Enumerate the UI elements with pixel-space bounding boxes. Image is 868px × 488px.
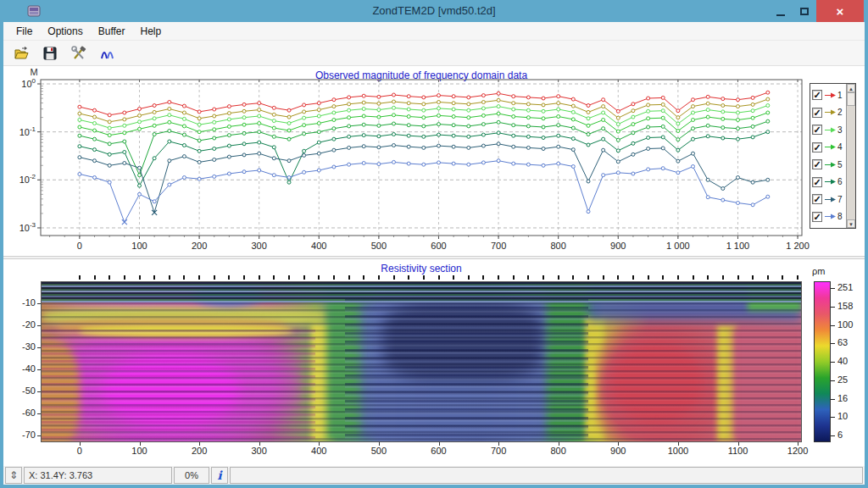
minimize-button[interactable] <box>769 0 793 22</box>
data-point <box>377 115 381 119</box>
station-tick <box>752 275 754 280</box>
data-point <box>348 96 351 99</box>
legend-label: 2 <box>837 108 843 117</box>
data-point <box>497 105 500 108</box>
close-button[interactable]: × <box>816 0 864 22</box>
info-icon[interactable]: i <box>211 467 228 484</box>
data-point <box>632 172 635 175</box>
data-point <box>123 131 126 135</box>
res-x-tick-label: 700 <box>477 446 520 456</box>
data-point <box>647 147 650 151</box>
maximize-button[interactable] <box>793 0 816 22</box>
data-point <box>422 146 426 149</box>
data-point <box>467 103 470 106</box>
data-point <box>692 165 695 169</box>
legend-item-6[interactable]: ✓6 <box>812 174 846 191</box>
res-x-tick <box>738 442 739 446</box>
data-point <box>182 155 186 158</box>
settings-tools-button[interactable] <box>68 42 90 64</box>
data-point <box>198 123 201 126</box>
data-point <box>303 132 306 136</box>
data-point <box>287 176 291 180</box>
colorbar-tick-label: 10 <box>837 411 848 421</box>
legend-checkbox[interactable]: ✓ <box>812 194 822 204</box>
status-bar: ⇕ X: 31.4Y: 3.763 0% i <box>3 466 865 485</box>
legend-item-8[interactable]: ✓8 <box>812 208 846 226</box>
legend-item-4[interactable]: ✓4 <box>812 139 846 157</box>
scroll-down-icon[interactable]: ▼ <box>847 219 855 228</box>
legend-checkbox[interactable]: ✓ <box>812 90 822 100</box>
data-point <box>78 112 81 115</box>
data-point <box>437 144 441 147</box>
data-point <box>437 101 441 104</box>
data-point <box>542 164 545 167</box>
legend-item-5[interactable]: ✓5 <box>812 156 846 174</box>
data-point <box>317 141 320 144</box>
menu-file[interactable]: File <box>8 23 40 40</box>
legend-checkbox[interactable]: ✓ <box>812 142 822 152</box>
data-point <box>422 163 426 166</box>
res-x-tick <box>379 442 380 446</box>
res-x-tick-label: 1000 <box>657 446 699 456</box>
colorbar-unit-label: ρm <box>812 266 825 276</box>
legend-checkbox[interactable]: ✓ <box>812 177 822 187</box>
legend-item-1[interactable]: ✓1 <box>812 86 846 104</box>
station-tick <box>797 275 798 280</box>
colorbar-tick-label: 40 <box>837 356 848 366</box>
data-point <box>123 111 126 114</box>
legend-item-3[interactable]: ✓3 <box>812 121 846 139</box>
resistivity-heatmap[interactable] <box>41 281 802 442</box>
data-point <box>242 142 246 146</box>
legend-checkbox[interactable]: ✓ <box>812 108 822 118</box>
data-point <box>362 108 365 111</box>
legend-checkbox[interactable]: ✓ <box>812 159 822 169</box>
open-file-button[interactable] <box>10 42 32 64</box>
freq-chart-canvas: 01002003004005006007008009001 0001 1001 … <box>3 66 865 256</box>
station-tick <box>393 275 395 280</box>
save-button[interactable] <box>39 42 61 64</box>
data-point <box>407 115 410 119</box>
freq-chart-plot[interactable]: 01002003004005006007008009001 0001 1001 … <box>3 66 865 256</box>
data-point <box>557 102 560 105</box>
scroll-track[interactable] <box>847 92 855 219</box>
menu-help[interactable]: Help <box>133 23 170 40</box>
data-point <box>692 127 695 130</box>
data-point <box>272 146 275 149</box>
menu-options[interactable]: Options <box>40 23 90 40</box>
data-point <box>227 155 231 158</box>
scroll-up-icon[interactable]: ▲ <box>847 84 855 92</box>
data-point <box>407 145 410 148</box>
data-point <box>332 119 336 122</box>
data-point <box>661 109 665 113</box>
data-point <box>123 140 126 143</box>
data-point <box>138 174 142 177</box>
legend-scrollbar[interactable]: ▲ ▼ <box>846 84 855 228</box>
data-point <box>108 152 111 156</box>
legend-item-2[interactable]: ✓2 <box>812 104 846 122</box>
legend-checkbox[interactable]: ✓ <box>812 125 822 135</box>
data-point <box>392 144 396 147</box>
legend-item-7[interactable]: ✓7 <box>812 191 846 208</box>
res-x-tick <box>678 442 679 446</box>
colorbar-tick <box>831 288 835 289</box>
data-point <box>647 109 650 113</box>
data-point <box>497 131 500 135</box>
colorbar-tick <box>831 399 835 400</box>
res-x-tick-label: 900 <box>597 446 639 456</box>
data-point <box>303 103 306 107</box>
show-curves-button[interactable] <box>97 42 119 64</box>
data-point <box>542 125 545 129</box>
title-bar[interactable]: ZondTEM2D [vmd50.t2d] × <box>0 0 868 22</box>
data-point <box>377 146 381 149</box>
res-x-tick-label: 1200 <box>776 446 819 456</box>
data-point <box>182 125 186 128</box>
scroll-thumb[interactable] <box>847 92 855 106</box>
series-line-8 <box>80 161 768 223</box>
data-point <box>602 111 605 114</box>
status-spacer <box>230 467 863 484</box>
menu-buffer[interactable]: Buffer <box>91 23 133 40</box>
res-y-tick-label: -20 <box>10 319 36 330</box>
legend-checkbox[interactable]: ✓ <box>812 212 822 222</box>
data-point <box>362 134 365 137</box>
data-point <box>227 105 231 108</box>
